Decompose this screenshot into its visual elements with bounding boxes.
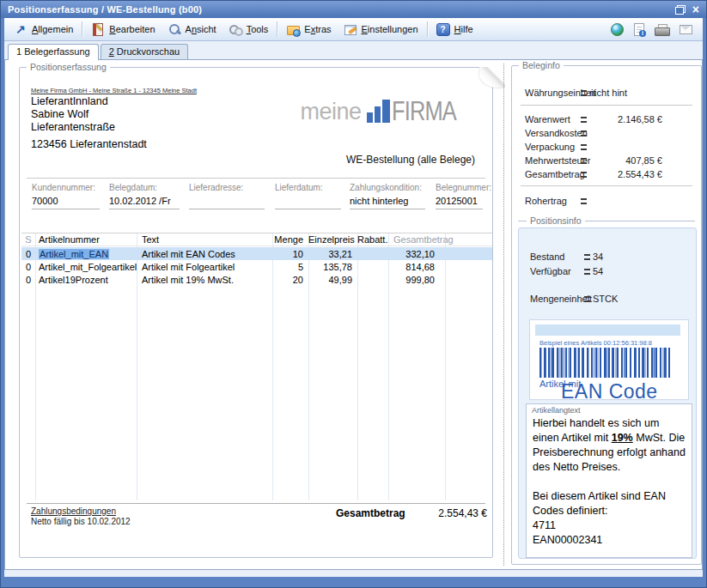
menu-ansicht[interactable]: Ansicht bbox=[162, 21, 222, 38]
row-warenwert: Warenwert 2.146,58 € bbox=[525, 114, 662, 125]
table-row[interactable]: 0 Artikel_mit_Folgeartikel Artikel mit F… bbox=[21, 260, 492, 273]
menu-tools[interactable]: Tools bbox=[222, 21, 275, 38]
menu-extras[interactable]: Extras bbox=[280, 21, 337, 38]
artikellangtext-box[interactable]: Artikellangtext Hierbei handelt es sich … bbox=[526, 403, 692, 558]
separator-line bbox=[521, 185, 692, 186]
document-info-icon[interactable] bbox=[634, 23, 644, 36]
field-belegnummer[interactable]: Belegnummer: 20125001 bbox=[436, 183, 489, 209]
col-header-einzelpreis[interactable]: Einzelpreis bbox=[308, 234, 357, 245]
row-verpackung: Verpackung bbox=[525, 142, 662, 153]
equals-icon bbox=[581, 198, 587, 204]
menu-label: Bearbeiten bbox=[109, 24, 155, 34]
menu-bearbeiten[interactable]: Bearbeiten bbox=[85, 21, 161, 38]
row-label: Mengeneinheit bbox=[530, 294, 592, 304]
langtext-p2: Bei diesem Artikel sind EAN Codes defini… bbox=[533, 489, 688, 518]
field-underline bbox=[275, 209, 341, 209]
field-value[interactable] bbox=[275, 196, 350, 208]
col-header-gesamtbetrag[interactable]: Gesamtbetrag bbox=[388, 234, 445, 245]
cell-menge: 10 bbox=[272, 249, 308, 259]
row-gesamtbetrag: Gesamtbetrag 2.554,43 € bbox=[525, 169, 662, 180]
barcode-header-strip bbox=[535, 324, 680, 336]
artikellangtext-label: Artikellangtext bbox=[532, 406, 581, 415]
row-label: Gesamtbetrag bbox=[525, 169, 585, 179]
folder-icon bbox=[286, 22, 300, 36]
cell-artikelnummer: Artikel_mit_Folgeartikel bbox=[35, 262, 137, 272]
menu-label: Extras bbox=[304, 24, 331, 34]
cell-text: Artikel mit EAN Codes bbox=[137, 249, 272, 259]
close-icon[interactable] bbox=[692, 3, 699, 15]
tabstrip: 1 Belegerfassung 2 Druckvorschau bbox=[4, 41, 703, 59]
selected-cell-text: Artikel_mit_EAN bbox=[39, 249, 109, 259]
field-value[interactable]: 10.02.2012 /Fr bbox=[109, 196, 189, 208]
cell-s: 0 bbox=[21, 262, 35, 272]
field-value[interactable]: 70000 bbox=[32, 196, 109, 208]
restore-icon[interactable] bbox=[675, 5, 686, 15]
barcode-line2: EAN Code bbox=[561, 380, 658, 403]
toolbar-separator bbox=[427, 21, 428, 37]
table-row[interactable]: 0 Artikel_mit_EAN Artikel mit EAN Codes … bbox=[21, 247, 492, 260]
cell-gesamtbetrag: 332,10 bbox=[388, 249, 445, 259]
positions-table: S Artikelnummer Text Menge Einzelpreis R… bbox=[21, 233, 492, 500]
cell-gesamtbetrag: 814,68 bbox=[388, 262, 445, 272]
titlebar: Positionserfassung / WE-Bestellung (b00) bbox=[1, 1, 706, 18]
field-underline bbox=[32, 209, 100, 209]
field-label: Belegdatum: bbox=[109, 183, 189, 192]
field-value[interactable]: nicht hinterleg bbox=[350, 196, 436, 208]
cell-s: 0 bbox=[21, 275, 35, 285]
cell-s: 0 bbox=[21, 249, 35, 259]
menu-label: Einstellungen bbox=[362, 24, 418, 34]
table-row[interactable]: 0 Artikel19Prozent Artikel mit 19% MwSt.… bbox=[21, 273, 492, 286]
zahlungsbedingungen-link[interactable]: Zahlungsbedingungen bbox=[31, 506, 131, 517]
payment-terms: Zahlungsbedingungen Netto fällig bis 10.… bbox=[31, 506, 131, 527]
col-header-rabatt[interactable]: Rabatt. bbox=[357, 234, 388, 245]
logo-bars-icon bbox=[367, 100, 390, 123]
row-label: Verpackung bbox=[525, 142, 575, 152]
separator-line bbox=[27, 503, 485, 504]
panel-splitter[interactable] bbox=[503, 64, 504, 566]
field-zahlungskondition[interactable]: Zahlungskondition: nicht hinterleg bbox=[350, 183, 436, 209]
field-underline bbox=[189, 209, 265, 209]
menu-hilfe[interactable]: Hilfe bbox=[430, 21, 479, 38]
notebook-edit-icon bbox=[91, 22, 105, 36]
tab-druckvorschau[interactable]: 2 Druckvorschau bbox=[101, 44, 189, 59]
printer-icon[interactable] bbox=[655, 24, 669, 35]
field-label: Lieferadresse: bbox=[189, 183, 275, 192]
table-header: S Artikelnummer Text Menge Einzelpreis R… bbox=[21, 233, 492, 246]
field-lieferdatum[interactable]: Lieferdatum: bbox=[275, 183, 350, 209]
field-kundennummer[interactable]: Kundennummer: 70000 bbox=[32, 183, 109, 209]
toolbar-separator bbox=[82, 21, 82, 37]
equals-icon bbox=[581, 117, 587, 123]
row-value: 2.146,58 € bbox=[618, 114, 662, 124]
barcode-bars-icon bbox=[539, 348, 670, 378]
row-value: 54 bbox=[593, 266, 603, 276]
menu-einstellungen[interactable]: Einstellungen bbox=[338, 21, 424, 38]
field-label: Zahlungskondition: bbox=[350, 183, 436, 192]
logo-text-left: meine bbox=[301, 100, 362, 124]
recipient-address: LieferantInnland Sabine Wolf Lieferanten… bbox=[31, 95, 115, 134]
cell-menge: 5 bbox=[272, 262, 308, 272]
col-header-artikelnummer[interactable]: Artikelnummer bbox=[35, 234, 137, 245]
globe-icon[interactable] bbox=[611, 23, 624, 36]
row-label: Verfügbar bbox=[530, 266, 571, 276]
content-area: Positionserfassung Meine Firma GmbH - Me… bbox=[4, 59, 703, 570]
col-header-text[interactable]: Text bbox=[137, 234, 272, 245]
app-window: Positionserfassung / WE-Bestellung (b00)… bbox=[0, 0, 707, 588]
col-header-menge[interactable]: Menge bbox=[272, 234, 308, 245]
field-belegdatum[interactable]: Belegdatum: 10.02.2012 /Fr bbox=[109, 183, 189, 209]
separator-line bbox=[521, 105, 692, 106]
field-value[interactable] bbox=[189, 196, 275, 208]
row-verfuegbar: Verfügbar 54 bbox=[530, 266, 676, 277]
mail-icon[interactable] bbox=[680, 25, 692, 34]
menu-allgemein[interactable]: Allgemein bbox=[8, 21, 79, 38]
tab-belegerfassung[interactable]: 1 Belegerfassung bbox=[8, 44, 99, 60]
cell-gesamtbetrag: 999,80 bbox=[388, 275, 445, 285]
total-value: 2.554,43 € bbox=[438, 507, 487, 519]
total-label: Gesamtbetrag bbox=[336, 507, 405, 519]
field-lieferadresse[interactable]: Lieferadresse: bbox=[189, 183, 275, 209]
window-title: Positionserfassung / WE-Bestellung (b00) bbox=[8, 4, 202, 15]
field-value[interactable]: 20125001 bbox=[436, 196, 489, 208]
logo-text-right: FIRMA bbox=[392, 99, 456, 124]
col-header-s[interactable]: S bbox=[21, 234, 35, 245]
field-label: Kundennummer: bbox=[32, 183, 109, 192]
row-label: Bestand bbox=[530, 252, 564, 262]
